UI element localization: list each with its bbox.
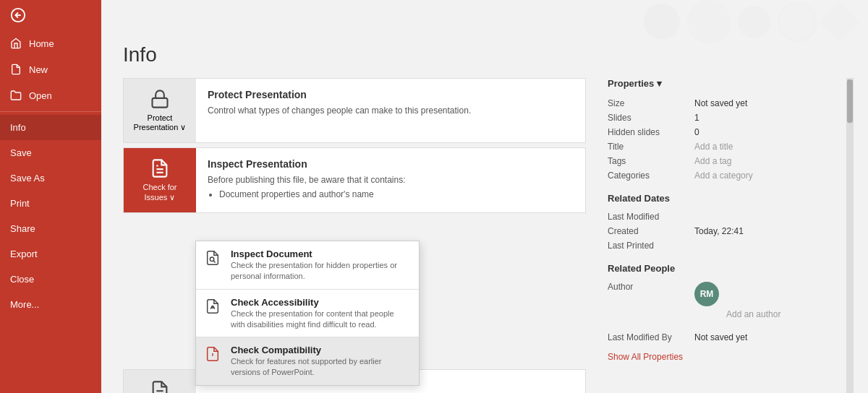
inspect-doc-title: Inspect Document	[231, 249, 410, 259]
protect-description: Control what types of changes people can…	[208, 105, 574, 117]
compatibility-icon	[205, 346, 224, 364]
protect-title: Protect Presentation	[208, 89, 574, 100]
sidebar-label-export: Export	[10, 249, 38, 259]
prop-label-last-printed: Last Printed	[608, 241, 694, 251]
sidebar-label-info: Info	[10, 122, 26, 133]
svg-line-6	[213, 261, 215, 262]
sidebar-item-share[interactable]: Share	[0, 216, 101, 241]
prop-row-tags: Tags Add a tag	[608, 154, 846, 168]
protect-content: Protect Presentation Control what types …	[196, 79, 585, 142]
manage-icon-button[interactable]: Manage Presentation ∨	[124, 370, 196, 393]
dropdown-item-inspect[interactable]: Inspect Document Check the presentation …	[196, 241, 419, 289]
sidebar-item-more[interactable]: More...	[0, 292, 101, 317]
protect-icon-button[interactable]: Protect Presentation ∨	[124, 79, 196, 142]
main-content: Info Protect Presentation ∨ Protect Pres…	[101, 0, 868, 393]
prop-label-size: Size	[608, 98, 694, 108]
inspect-list: Document properties and author's name	[219, 189, 574, 199]
protect-block: Protect Presentation ∨ Protect Presentat…	[123, 78, 586, 143]
inspect-doc-icon	[205, 250, 224, 268]
inspect-content: Inspect Presentation Before publishing t…	[196, 148, 585, 212]
sidebar-item-close[interactable]: Close	[0, 267, 101, 292]
prop-row-slides: Slides 1	[608, 111, 846, 125]
related-dates-title: Related Dates	[608, 193, 846, 204]
scroll-thumb[interactable]	[847, 79, 853, 123]
check-icon-label: Check for Issues ∨	[131, 183, 189, 202]
check-issues-icon-button[interactable]: Check for Issues ∨	[124, 148, 196, 212]
prop-label-last-modified: Last Modified	[608, 212, 694, 222]
manage-icon	[150, 380, 170, 393]
svg-rect-2	[153, 98, 168, 108]
sidebar-label-more: More...	[10, 299, 39, 310]
sidebar-label-new: New	[29, 64, 48, 75]
properties-title: Properties ▾	[608, 78, 662, 89]
accessibility-icon	[205, 298, 224, 316]
properties-header[interactable]: Properties ▾	[608, 78, 846, 89]
author-row: Author RM Add an author	[608, 280, 846, 321]
new-icon	[10, 64, 22, 75]
dropdown-item-accessibility[interactable]: Check Accessibility Check the presentati…	[196, 290, 419, 337]
prop-label-categories: Categories	[608, 170, 694, 181]
top-decoration	[101, 0, 868, 43]
compatibility-text: Check Compatibility Check for features n…	[231, 345, 410, 378]
sidebar-item-open[interactable]: Open	[0, 82, 101, 108]
prop-value-created: Today, 22:41	[694, 226, 744, 236]
prop-label-last-modified-by: Last Modified By	[608, 332, 694, 342]
last-modified-by-row: Last Modified By Not saved yet	[608, 330, 846, 345]
dropdown-item-compatibility[interactable]: Check Compatibility Check for features n…	[196, 337, 419, 385]
prop-row-title: Title Add a title	[608, 139, 846, 154]
sidebar-label-close: Close	[10, 274, 34, 285]
sidebar-item-save-as[interactable]: Save As	[0, 165, 101, 191]
prop-row-categories: Categories Add a category	[608, 168, 846, 183]
sidebar-item-print[interactable]: Print	[0, 191, 101, 216]
content-area: Protect Presentation ∨ Protect Presentat…	[101, 78, 868, 393]
related-people-title: Related People	[608, 263, 846, 274]
left-panel: Protect Presentation ∨ Protect Presentat…	[123, 78, 586, 393]
home-icon	[10, 38, 22, 49]
inspect-title: Inspect Presentation	[208, 158, 574, 170]
prop-label-author: Author	[608, 282, 694, 319]
properties-table: Size Not saved yet Slides 1 Hidden slide…	[608, 96, 846, 183]
prop-value-last-modified-by: Not saved yet	[694, 332, 747, 342]
prop-value-title[interactable]: Add a title	[694, 142, 733, 152]
prop-row-size: Size Not saved yet	[608, 96, 846, 111]
sidebar-item-export[interactable]: Export	[0, 241, 101, 267]
inspect-doc-text: Inspect Document Check the presentation …	[231, 249, 410, 282]
prop-label-slides: Slides	[608, 113, 694, 123]
prop-row-last-modified: Last Modified	[608, 210, 846, 224]
prop-value-categories[interactable]: Add a category	[694, 170, 753, 181]
scrollbar[interactable]	[846, 78, 854, 393]
decorative-shapes	[644, 0, 854, 43]
svg-point-5	[210, 257, 214, 262]
sidebar-item-info[interactable]: Info	[0, 115, 101, 140]
avatar: RM	[694, 282, 719, 306]
accessibility-title: Check Accessibility	[231, 297, 410, 308]
prop-row-created: Created Today, 22:41	[608, 224, 846, 238]
open-icon	[10, 90, 22, 101]
sidebar-label-share: Share	[10, 223, 35, 234]
back-button[interactable]	[0, 0, 101, 30]
prop-value-tags[interactable]: Add a tag	[694, 156, 731, 166]
prop-label-tags: Tags	[608, 156, 694, 166]
sidebar-item-save[interactable]: Save	[0, 140, 101, 165]
prop-row-hidden-slides: Hidden slides 0	[608, 125, 846, 139]
sidebar-label-open: Open	[29, 90, 52, 101]
sidebar-item-new[interactable]: New	[0, 56, 101, 82]
compatibility-title: Check Compatibility	[231, 345, 410, 355]
prop-value-slides: 1	[694, 113, 699, 123]
sidebar-label-save-as: Save As	[10, 173, 45, 183]
inspect-description: Before publishing this file, be aware th…	[208, 174, 574, 186]
accessibility-desc: Check the presentation for content that …	[231, 309, 394, 329]
avatar-initials: RM	[700, 289, 714, 299]
right-panel: Properties ▾ Size Not saved yet Slides 1…	[586, 78, 846, 393]
lock-icon	[150, 89, 170, 109]
sidebar: Home New Open Info Save Save As Print Sh…	[0, 0, 101, 393]
page-title: Info	[101, 43, 868, 78]
protect-icon-label: Protect Presentation ∨	[131, 113, 189, 132]
prop-label-hidden-slides: Hidden slides	[608, 127, 694, 137]
sidebar-item-home[interactable]: Home	[0, 30, 101, 56]
add-author-link[interactable]: Add an author	[726, 309, 780, 319]
prop-value-hidden-slides: 0	[694, 127, 699, 137]
sidebar-label-home: Home	[29, 38, 54, 49]
show-all-properties-link[interactable]: Show All Properties	[608, 352, 846, 362]
prop-label-created: Created	[608, 226, 694, 236]
